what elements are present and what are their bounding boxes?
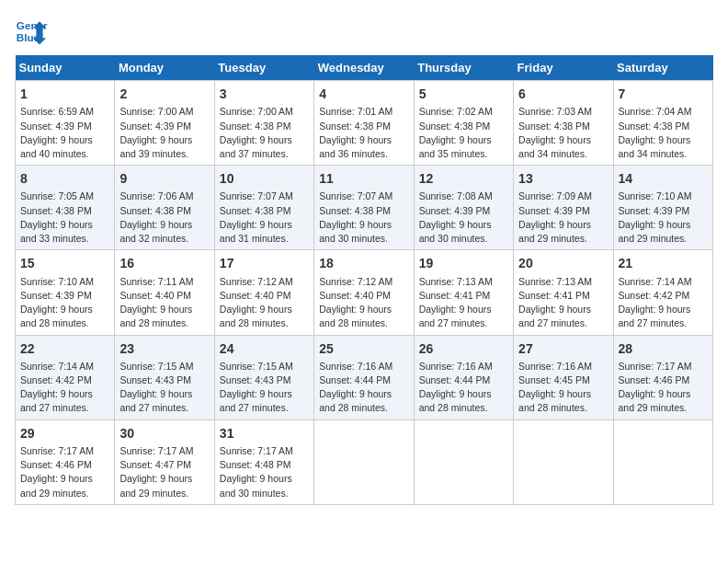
day-number: 5 [419, 85, 508, 103]
calendar-cell: 3Sunrise: 7:00 AM Sunset: 4:38 PM Daylig… [214, 81, 313, 166]
header-wednesday: Wednesday [314, 55, 414, 81]
calendar-cell: 28Sunrise: 7:17 AM Sunset: 4:46 PM Dayli… [613, 335, 712, 419]
day-info: Sunrise: 7:12 AM Sunset: 4:40 PM Dayligh… [319, 275, 408, 331]
calendar-cell: 19Sunrise: 7:13 AM Sunset: 4:41 PM Dayli… [414, 250, 513, 335]
logo-icon: General Blue [15, 15, 48, 48]
day-number: 29 [20, 424, 109, 442]
day-info: Sunrise: 7:06 AM Sunset: 4:38 PM Dayligh… [119, 190, 209, 246]
day-number: 30 [119, 424, 209, 442]
day-number: 4 [319, 85, 408, 103]
calendar-week-row: 1Sunrise: 6:59 AM Sunset: 4:39 PM Daylig… [16, 81, 713, 166]
day-info: Sunrise: 7:10 AM Sunset: 4:39 PM Dayligh… [619, 190, 708, 246]
day-number: 28 [619, 339, 708, 358]
day-info: Sunrise: 7:15 AM Sunset: 4:43 PM Dayligh… [220, 360, 309, 416]
day-number: 2 [119, 85, 209, 103]
day-number: 27 [518, 339, 608, 358]
day-number: 14 [619, 169, 708, 188]
calendar-cell: 25Sunrise: 7:16 AM Sunset: 4:44 PM Dayli… [314, 335, 414, 419]
day-number: 19 [419, 254, 508, 272]
day-info: Sunrise: 6:59 AM Sunset: 4:39 PM Dayligh… [20, 105, 109, 161]
day-number: 6 [518, 85, 608, 103]
header-thursday: Thursday [414, 55, 513, 81]
day-info: Sunrise: 7:14 AM Sunset: 4:42 PM Dayligh… [20, 360, 109, 416]
header-sunday: Sunday [16, 55, 115, 81]
calendar-cell [613, 419, 712, 504]
calendar-cell: 31Sunrise: 7:17 AM Sunset: 4:48 PM Dayli… [214, 419, 313, 504]
day-info: Sunrise: 7:17 AM Sunset: 4:46 PM Dayligh… [619, 360, 708, 416]
day-info: Sunrise: 7:16 AM Sunset: 4:45 PM Dayligh… [518, 360, 608, 416]
day-info: Sunrise: 7:01 AM Sunset: 4:38 PM Dayligh… [319, 105, 408, 161]
day-info: Sunrise: 7:08 AM Sunset: 4:39 PM Dayligh… [419, 190, 508, 246]
calendar-cell: 7Sunrise: 7:04 AM Sunset: 4:38 PM Daylig… [613, 81, 712, 166]
header-monday: Monday [115, 55, 214, 81]
day-info: Sunrise: 7:07 AM Sunset: 4:38 PM Dayligh… [319, 190, 408, 246]
calendar-cell: 27Sunrise: 7:16 AM Sunset: 4:45 PM Dayli… [514, 335, 613, 419]
logo: General Blue [15, 15, 55, 48]
header-friday: Friday [514, 55, 613, 81]
day-info: Sunrise: 7:14 AM Sunset: 4:42 PM Dayligh… [619, 275, 708, 331]
calendar-cell [514, 419, 613, 504]
calendar-cell: 5Sunrise: 7:02 AM Sunset: 4:38 PM Daylig… [414, 81, 513, 166]
day-info: Sunrise: 7:03 AM Sunset: 4:38 PM Dayligh… [518, 105, 608, 161]
day-info: Sunrise: 7:15 AM Sunset: 4:43 PM Dayligh… [119, 360, 209, 416]
header: General Blue [15, 15, 713, 48]
calendar-cell: 8Sunrise: 7:05 AM Sunset: 4:38 PM Daylig… [16, 166, 115, 250]
calendar-cell: 22Sunrise: 7:14 AM Sunset: 4:42 PM Dayli… [16, 335, 115, 419]
day-info: Sunrise: 7:13 AM Sunset: 4:41 PM Dayligh… [419, 275, 508, 331]
day-number: 13 [518, 169, 608, 188]
calendar-cell: 11Sunrise: 7:07 AM Sunset: 4:38 PM Dayli… [314, 166, 414, 250]
calendar-cell: 2Sunrise: 7:00 AM Sunset: 4:39 PM Daylig… [115, 81, 214, 166]
day-info: Sunrise: 7:17 AM Sunset: 4:47 PM Dayligh… [119, 444, 209, 500]
day-info: Sunrise: 7:11 AM Sunset: 4:40 PM Dayligh… [119, 275, 209, 331]
calendar-cell: 4Sunrise: 7:01 AM Sunset: 4:38 PM Daylig… [314, 81, 414, 166]
header-saturday: Saturday [613, 55, 712, 81]
calendar-cell: 21Sunrise: 7:14 AM Sunset: 4:42 PM Dayli… [613, 250, 712, 335]
day-number: 10 [220, 169, 309, 188]
day-info: Sunrise: 7:09 AM Sunset: 4:39 PM Dayligh… [518, 190, 608, 246]
day-info: Sunrise: 7:16 AM Sunset: 4:44 PM Dayligh… [319, 360, 408, 416]
day-number: 22 [20, 339, 109, 358]
day-number: 12 [419, 169, 508, 188]
day-number: 20 [518, 254, 608, 272]
day-info: Sunrise: 7:16 AM Sunset: 4:44 PM Dayligh… [419, 360, 508, 416]
calendar-cell: 13Sunrise: 7:09 AM Sunset: 4:39 PM Dayli… [514, 166, 613, 250]
day-number: 23 [119, 339, 209, 358]
calendar-cell: 26Sunrise: 7:16 AM Sunset: 4:44 PM Dayli… [414, 335, 513, 419]
day-number: 25 [319, 339, 408, 358]
calendar-header-row: SundayMondayTuesdayWednesdayThursdayFrid… [16, 55, 713, 81]
day-number: 15 [20, 254, 109, 272]
calendar-cell [414, 419, 513, 504]
day-number: 7 [619, 85, 708, 103]
day-info: Sunrise: 7:12 AM Sunset: 4:40 PM Dayligh… [220, 275, 309, 331]
day-info: Sunrise: 7:05 AM Sunset: 4:38 PM Dayligh… [20, 190, 109, 246]
calendar-week-row: 22Sunrise: 7:14 AM Sunset: 4:42 PM Dayli… [16, 335, 713, 419]
calendar-week-row: 8Sunrise: 7:05 AM Sunset: 4:38 PM Daylig… [16, 166, 713, 250]
day-info: Sunrise: 7:17 AM Sunset: 4:48 PM Dayligh… [220, 444, 309, 500]
calendar-cell: 12Sunrise: 7:08 AM Sunset: 4:39 PM Dayli… [414, 166, 513, 250]
calendar-cell: 1Sunrise: 6:59 AM Sunset: 4:39 PM Daylig… [16, 81, 115, 166]
day-number: 18 [319, 254, 408, 272]
calendar-cell: 10Sunrise: 7:07 AM Sunset: 4:38 PM Dayli… [214, 166, 313, 250]
day-number: 3 [220, 85, 309, 103]
calendar-cell: 15Sunrise: 7:10 AM Sunset: 4:39 PM Dayli… [16, 250, 115, 335]
day-info: Sunrise: 7:00 AM Sunset: 4:38 PM Dayligh… [220, 105, 309, 161]
day-number: 16 [119, 254, 209, 272]
calendar-cell: 30Sunrise: 7:17 AM Sunset: 4:47 PM Dayli… [115, 419, 214, 504]
calendar-cell: 24Sunrise: 7:15 AM Sunset: 4:43 PM Dayli… [214, 335, 313, 419]
calendar-week-row: 29Sunrise: 7:17 AM Sunset: 4:46 PM Dayli… [16, 419, 713, 504]
calendar-cell: 6Sunrise: 7:03 AM Sunset: 4:38 PM Daylig… [514, 81, 613, 166]
calendar-cell [314, 419, 414, 504]
calendar-cell: 17Sunrise: 7:12 AM Sunset: 4:40 PM Dayli… [214, 250, 313, 335]
calendar-cell: 20Sunrise: 7:13 AM Sunset: 4:41 PM Dayli… [514, 250, 613, 335]
header-tuesday: Tuesday [214, 55, 313, 81]
day-number: 21 [619, 254, 708, 272]
day-number: 11 [319, 169, 408, 188]
day-info: Sunrise: 7:07 AM Sunset: 4:38 PM Dayligh… [220, 190, 309, 246]
day-info: Sunrise: 7:13 AM Sunset: 4:41 PM Dayligh… [518, 275, 608, 331]
calendar-cell: 29Sunrise: 7:17 AM Sunset: 4:46 PM Dayli… [16, 419, 115, 504]
calendar-cell: 18Sunrise: 7:12 AM Sunset: 4:40 PM Dayli… [314, 250, 414, 335]
day-info: Sunrise: 7:17 AM Sunset: 4:46 PM Dayligh… [20, 444, 109, 500]
day-number: 8 [20, 169, 109, 188]
calendar-table: SundayMondayTuesdayWednesdayThursdayFrid… [15, 55, 713, 505]
day-number: 1 [20, 85, 109, 103]
